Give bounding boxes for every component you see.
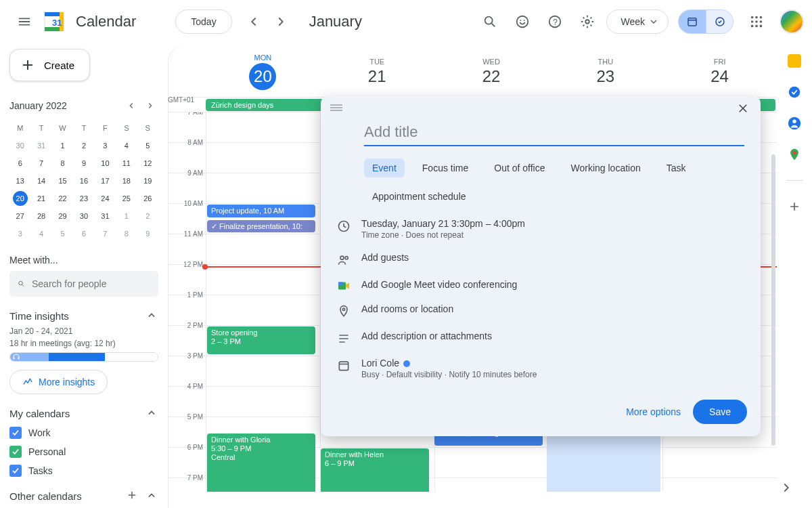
- day-header[interactable]: THU23: [548, 46, 662, 97]
- add-location[interactable]: Add rooms or location: [361, 303, 744, 314]
- day-header[interactable]: TUE21: [320, 46, 434, 97]
- more-insights-button[interactable]: More insights: [9, 370, 108, 394]
- mini-day[interactable]: 24: [95, 190, 116, 207]
- mini-day[interactable]: 5: [137, 137, 158, 154]
- mini-day[interactable]: 7: [30, 154, 51, 172]
- add-description[interactable]: Add description or attachments: [361, 331, 744, 341]
- help-icon[interactable]: ?: [541, 8, 568, 35]
- mini-day[interactable]: 30: [9, 137, 30, 154]
- mini-day[interactable]: 1: [52, 137, 73, 154]
- tasks-icon[interactable]: [786, 84, 803, 100]
- search-icon[interactable]: [476, 8, 503, 35]
- create-button[interactable]: Create: [9, 49, 90, 81]
- mini-day[interactable]: 10: [95, 154, 116, 172]
- tab-event[interactable]: Event: [364, 158, 405, 177]
- day-header[interactable]: WED22: [434, 46, 549, 97]
- mini-day[interactable]: 6: [9, 154, 30, 172]
- mini-day[interactable]: 4: [116, 137, 137, 154]
- google-apps-icon[interactable]: [743, 8, 770, 35]
- event-dinner-gloria[interactable]: Dinner with Gloria5:30 – 9 PMCentral: [207, 433, 315, 492]
- settings-icon[interactable]: [574, 8, 601, 35]
- account-avatar[interactable]: [780, 9, 804, 34]
- mini-day[interactable]: 1: [116, 207, 137, 225]
- view-switcher[interactable]: Week: [606, 9, 669, 34]
- add-meet[interactable]: Add Google Meet video conferencing: [361, 279, 744, 290]
- today-button[interactable]: Today: [175, 9, 231, 34]
- mini-day[interactable]: 16: [73, 172, 94, 190]
- mini-day[interactable]: 2: [137, 207, 158, 225]
- mini-day[interactable]: 6: [73, 225, 94, 242]
- mini-day[interactable]: 23: [73, 190, 94, 207]
- mini-day[interactable]: 28: [30, 207, 51, 225]
- mini-day[interactable]: 31: [95, 207, 116, 225]
- search-people-field[interactable]: [9, 271, 158, 297]
- tab-focus-time[interactable]: Focus time: [414, 158, 476, 177]
- hide-side-panel[interactable]: [773, 474, 800, 501]
- scrollbar[interactable]: [771, 154, 775, 446]
- mini-day[interactable]: 2: [73, 137, 94, 154]
- mini-day[interactable]: 13: [9, 172, 30, 190]
- calendar-toggle[interactable]: Personal: [9, 446, 158, 458]
- mini-day[interactable]: 9: [137, 225, 158, 242]
- mini-day[interactable]: 11: [116, 154, 137, 172]
- day-header[interactable]: FRI24: [662, 46, 777, 97]
- mini-day[interactable]: 5: [52, 225, 73, 242]
- status-icon[interactable]: [509, 8, 536, 35]
- tab-appointment[interactable]: Appointment schedule: [364, 187, 474, 206]
- event-project-update[interactable]: Project update, 10 AM: [207, 205, 315, 217]
- calendar-toggle[interactable]: Tasks: [9, 465, 158, 477]
- other-calendars-header[interactable]: Other calendars: [9, 489, 158, 503]
- mini-day[interactable]: 8: [52, 154, 73, 172]
- add-addon-icon[interactable]: [786, 198, 803, 215]
- mini-day[interactable]: 25: [116, 190, 137, 207]
- event-datetime[interactable]: Tuesday, January 21 3:30pm – 4:00pm: [361, 218, 744, 229]
- mini-day[interactable]: 31: [30, 137, 51, 154]
- tab-out-of-office[interactable]: Out of office: [486, 158, 553, 177]
- mini-next-month[interactable]: [142, 98, 158, 114]
- mini-day[interactable]: 18: [116, 172, 137, 190]
- day-header[interactable]: MON20: [206, 46, 320, 97]
- mini-day[interactable]: 3: [95, 137, 116, 154]
- event-title-input[interactable]: [364, 121, 744, 146]
- time-insights-header[interactable]: Time insights: [9, 309, 158, 322]
- mini-day[interactable]: 3: [9, 225, 30, 242]
- tab-task[interactable]: Task: [658, 158, 694, 177]
- keep-icon[interactable]: [786, 53, 803, 69]
- more-options-button[interactable]: More options: [626, 406, 681, 417]
- maps-icon[interactable]: [786, 146, 803, 163]
- mini-day[interactable]: 29: [52, 207, 73, 225]
- my-calendars-header[interactable]: My calendars: [9, 406, 158, 420]
- mini-day[interactable]: 17: [95, 172, 116, 190]
- add-guests[interactable]: Add guests: [361, 252, 744, 263]
- mini-day[interactable]: 14: [30, 172, 51, 190]
- mini-prev-month[interactable]: [123, 98, 139, 114]
- mini-day[interactable]: 7: [95, 225, 116, 242]
- mini-day[interactable]: 22: [52, 190, 73, 207]
- event-finalize-presentation[interactable]: ✓ Finalize presentation, 10:: [207, 220, 315, 233]
- prev-week-button[interactable]: [240, 8, 267, 35]
- mini-day[interactable]: 20: [9, 190, 30, 207]
- tab-working-location[interactable]: Working location: [563, 158, 649, 177]
- calendar-mode-button[interactable]: [679, 10, 706, 33]
- next-week-button[interactable]: [267, 8, 294, 35]
- mini-day[interactable]: 8: [116, 225, 137, 242]
- add-calendar-icon[interactable]: [126, 489, 138, 501]
- mini-day[interactable]: 30: [73, 207, 94, 225]
- mini-day[interactable]: 12: [137, 154, 158, 172]
- mini-day[interactable]: 4: [30, 225, 51, 242]
- event-dinner-helen[interactable]: Dinner with Helen6 – 9 PM: [321, 448, 429, 492]
- tasks-mode-button[interactable]: [706, 10, 733, 33]
- mini-day[interactable]: 15: [52, 172, 73, 190]
- mini-day[interactable]: 21: [30, 190, 51, 207]
- event-store-opening[interactable]: Store opening2 – 3 PM: [207, 326, 315, 354]
- drag-handle-icon[interactable]: [330, 103, 342, 114]
- mini-day[interactable]: 26: [137, 190, 158, 207]
- calendar-toggle[interactable]: Work: [9, 427, 158, 439]
- event-datetime-sub[interactable]: Time zone · Does not repeat: [361, 230, 744, 240]
- save-button[interactable]: Save: [693, 400, 747, 424]
- mini-day[interactable]: 19: [137, 172, 158, 190]
- search-people-input[interactable]: [32, 278, 150, 289]
- main-menu-icon[interactable]: [11, 8, 38, 35]
- mini-day[interactable]: 27: [9, 207, 30, 225]
- contacts-icon[interactable]: [786, 115, 803, 131]
